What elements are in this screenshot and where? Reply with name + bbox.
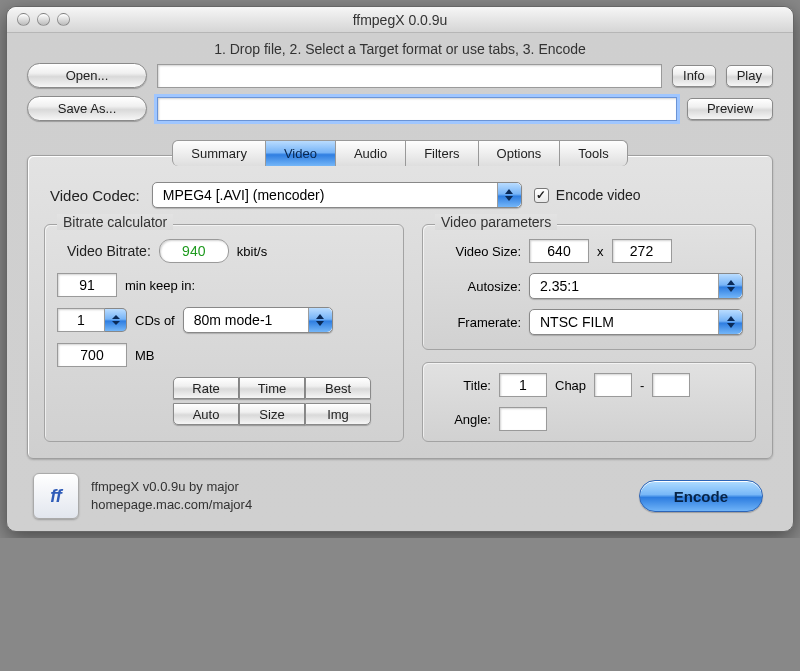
params-group: Video parameters Video Size: x Autosize:… bbox=[422, 224, 756, 350]
check-icon: ✓ bbox=[534, 188, 549, 203]
tab-filters[interactable]: Filters bbox=[406, 140, 478, 166]
tab-summary[interactable]: Summary bbox=[172, 140, 266, 166]
framerate-popup[interactable]: NTSC FILM bbox=[529, 309, 743, 335]
video-size-label: Video Size: bbox=[435, 244, 521, 259]
title-label: Title: bbox=[435, 378, 491, 393]
credit-block: ff ffmpegX v0.0.9u by major homepage.mac… bbox=[33, 473, 252, 519]
play-button[interactable]: Play bbox=[726, 65, 773, 87]
chap-to-field[interactable] bbox=[652, 373, 690, 397]
cd-type-value: 80m mode-1 bbox=[194, 312, 273, 328]
angle-field[interactable] bbox=[499, 407, 547, 431]
footer: ff ffmpegX v0.0.9u by major homepage.mac… bbox=[7, 459, 793, 519]
tab-options[interactable]: Options bbox=[479, 140, 561, 166]
stepper-arrows-icon bbox=[105, 308, 127, 332]
minutes-field[interactable] bbox=[57, 273, 117, 297]
video-tab-panel: Video Codec: MPEG4 [.AVI] (mencoder) ✓ E… bbox=[27, 155, 773, 459]
save-row: Save As... Preview bbox=[27, 96, 773, 121]
chap-label: Chap bbox=[555, 378, 586, 393]
bitrate-group-title: Bitrate calculator bbox=[57, 214, 173, 230]
credit-line-2: homepage.mac.com/major4 bbox=[91, 496, 252, 514]
best-button[interactable]: Best bbox=[305, 377, 371, 399]
auto-button[interactable]: Auto bbox=[173, 403, 239, 425]
bitrate-label: Video Bitrate: bbox=[67, 243, 151, 259]
video-bitrate-field[interactable] bbox=[159, 239, 229, 263]
credit-line-1: ffmpegX v0.0.9u by major bbox=[91, 478, 252, 496]
params-group-title: Video parameters bbox=[435, 214, 557, 230]
size-x: x bbox=[597, 244, 604, 259]
cd-count-field[interactable] bbox=[57, 308, 105, 332]
tab-strip: Summary Video Audio Filters Options Tool… bbox=[172, 140, 627, 166]
video-codec-popup[interactable]: MPEG4 [.AVI] (mencoder) bbox=[152, 182, 522, 208]
minutes-label: min keep in: bbox=[125, 278, 195, 293]
framerate-value: NTSC FILM bbox=[540, 314, 614, 330]
tab-tools[interactable]: Tools bbox=[560, 140, 627, 166]
open-row: Open... Info Play bbox=[27, 63, 773, 88]
autosize-popup[interactable]: 2.35:1 bbox=[529, 273, 743, 299]
video-codec-value: MPEG4 [.AVI] (mencoder) bbox=[163, 187, 325, 203]
time-button[interactable]: Time bbox=[239, 377, 305, 399]
save-path-field[interactable] bbox=[157, 97, 677, 121]
bitrate-group: Bitrate calculator Video Bitrate: kbit/s… bbox=[44, 224, 404, 442]
video-width-field[interactable] bbox=[529, 239, 589, 263]
encode-video-checkbox[interactable]: ✓ Encode video bbox=[534, 187, 641, 203]
cd-type-popup[interactable]: 80m mode-1 bbox=[183, 307, 333, 333]
app-window: ffmpegX 0.0.9u 1. Drop file, 2. Select a… bbox=[6, 6, 794, 532]
popup-arrows-icon bbox=[718, 310, 742, 334]
open-path-field[interactable] bbox=[157, 64, 662, 88]
angle-label: Angle: bbox=[435, 412, 491, 427]
info-button[interactable]: Info bbox=[672, 65, 716, 87]
title-field[interactable] bbox=[499, 373, 547, 397]
chap-from-field[interactable] bbox=[594, 373, 632, 397]
preview-button[interactable]: Preview bbox=[687, 98, 773, 120]
framerate-label: Framerate: bbox=[435, 315, 521, 330]
dvd-group: Title: Chap - Angle: bbox=[422, 362, 756, 442]
encode-button[interactable]: Encode bbox=[639, 480, 763, 512]
encode-video-label: Encode video bbox=[556, 187, 641, 203]
save-as-button[interactable]: Save As... bbox=[27, 96, 147, 121]
app-icon: ff bbox=[33, 473, 79, 519]
open-button[interactable]: Open... bbox=[27, 63, 147, 88]
img-button[interactable]: Img bbox=[305, 403, 371, 425]
size-button[interactable]: Size bbox=[239, 403, 305, 425]
instructions-text: 1. Drop file, 2. Select a Target format … bbox=[7, 33, 793, 63]
window-title: ffmpegX 0.0.9u bbox=[7, 12, 793, 28]
popup-arrows-icon bbox=[497, 183, 521, 207]
video-height-field[interactable] bbox=[612, 239, 672, 263]
codec-label: Video Codec: bbox=[50, 187, 140, 204]
chap-sep: - bbox=[640, 378, 644, 393]
tab-video[interactable]: Video bbox=[266, 140, 336, 166]
cds-of-label: CDs of bbox=[135, 313, 175, 328]
titlebar: ffmpegX 0.0.9u bbox=[7, 7, 793, 33]
autosize-value: 2.35:1 bbox=[540, 278, 579, 294]
mb-label: MB bbox=[135, 348, 155, 363]
popup-arrows-icon bbox=[718, 274, 742, 298]
autosize-label: Autosize: bbox=[435, 279, 521, 294]
popup-arrows-icon bbox=[308, 308, 332, 332]
cd-count-stepper[interactable] bbox=[57, 308, 127, 332]
bitrate-button-grid: Rate Time Best Auto Size Img bbox=[173, 377, 391, 429]
tab-audio[interactable]: Audio bbox=[336, 140, 406, 166]
bitrate-unit: kbit/s bbox=[237, 244, 267, 259]
rate-button[interactable]: Rate bbox=[173, 377, 239, 399]
mb-field[interactable] bbox=[57, 343, 127, 367]
